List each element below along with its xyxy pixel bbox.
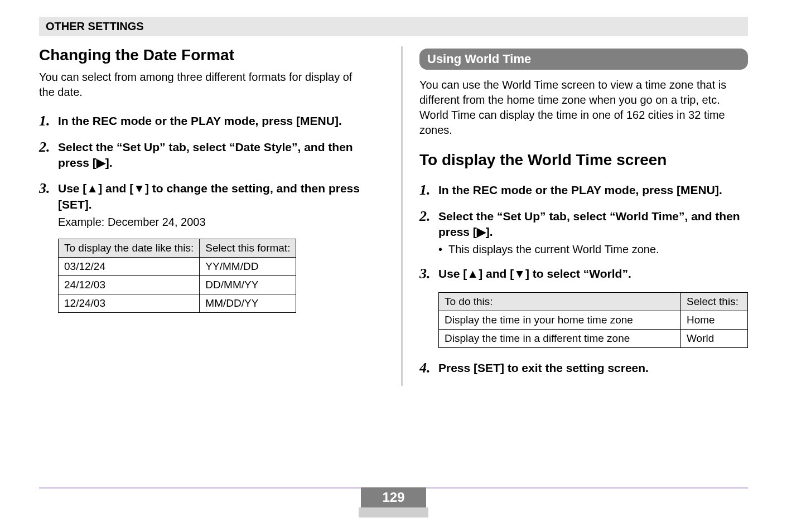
step-number: 1. [39,113,58,129]
table-row: 12/24/03 MM/DD/YY [59,294,296,312]
table-row: Display the time in a different time zon… [439,329,748,347]
table-cell: 12/24/03 [59,294,200,312]
right-column: Using World Time You can use the World T… [401,46,748,386]
table-cell: MM/DD/YY [200,294,296,312]
right-step-4: 4. Press [SET] to exit the setting scree… [419,360,748,376]
date-format-table: To display the date like this: Select th… [58,239,296,313]
table-row: 03/12/24 YY/MM/DD [59,257,296,275]
step-number: 2. [39,139,58,156]
left-column: Changing the Date Format You can select … [39,46,379,386]
table-header-cell: Select this: [681,292,748,311]
bullet-icon: • [438,243,448,256]
step-text: Select the “Set Up” tab, select “Date St… [58,139,368,171]
step-text: Select the “Set Up” tab, select “World T… [438,209,748,240]
left-intro: You can select from among three differen… [39,70,368,100]
page-number: 129 [361,487,426,507]
page-number-badge: 129 [0,487,787,518]
page-number-shadow [359,507,428,518]
step-text: In the REC mode or the PLAY mode, press … [58,113,342,129]
step-number: 2. [419,209,438,225]
table-cell: 03/12/24 [59,257,200,275]
left-step-2: 2. Select the “Set Up” tab, select “Date… [39,139,368,171]
table-cell: DD/MM/YY [200,275,296,294]
right-intro: You can use the World Time screen to vie… [419,78,748,138]
table-row: 24/12/03 DD/MM/YY [59,275,296,294]
table-cell: Home [681,311,748,329]
table-cell: 24/12/03 [59,275,200,294]
step-text: Press [SET] to exit the setting screen. [438,360,649,376]
table-cell: Display the time in a different time zon… [439,329,681,347]
two-column-layout: Changing the Date Format You can select … [39,46,748,386]
step-text: In the REC mode or the PLAY mode, press … [438,182,722,198]
left-step-3: 3. Use [▲] and [▼] to change the setting… [39,181,368,229]
section-header: OTHER SETTINGS [39,17,748,36]
bullet-text: This displays the current World Time zon… [448,243,659,256]
table-row: Display the time in your home time zone … [439,311,748,329]
step-text: Use [▲] and [▼] to change the setting, a… [58,181,368,212]
world-time-table: To do this: Select this: Display the tim… [438,292,748,348]
step-bullet: • This displays the current World Time z… [438,243,748,256]
table-cell: Display the time in your home time zone [439,311,681,329]
right-step-2: 2. Select the “Set Up” tab, select “Worl… [419,209,748,257]
table-header-row: To do this: Select this: [439,292,748,311]
table-cell: YY/MM/DD [200,257,296,275]
step-number: 4. [419,360,438,376]
pill-heading: Using World Time [419,49,748,70]
step-number: 3. [39,181,58,197]
page: OTHER SETTINGS Changing the Date Format … [0,0,787,386]
right-heading: To display the World Time screen [419,151,748,169]
left-table-wrap: To display the date like this: Select th… [58,239,368,313]
step-subtext: Example: December 24, 2003 [58,216,368,229]
left-step-1: 1. In the REC mode or the PLAY mode, pre… [39,113,368,129]
step-number: 3. [419,266,438,282]
step-text: Use [▲] and [▼] to select “World”. [438,266,631,282]
table-header-row: To display the date like this: Select th… [59,239,296,257]
right-step-1: 1. In the REC mode or the PLAY mode, pre… [419,182,748,199]
table-header-cell: To do this: [439,292,681,311]
left-heading: Changing the Date Format [39,46,368,64]
step-number: 1. [419,182,438,199]
table-cell: World [681,329,748,347]
right-table-wrap: To do this: Select this: Display the tim… [438,292,748,348]
right-step-3: 3. Use [▲] and [▼] to select “World”. [419,266,748,282]
table-header-cell: To display the date like this: [59,239,200,257]
table-header-cell: Select this format: [200,239,296,257]
